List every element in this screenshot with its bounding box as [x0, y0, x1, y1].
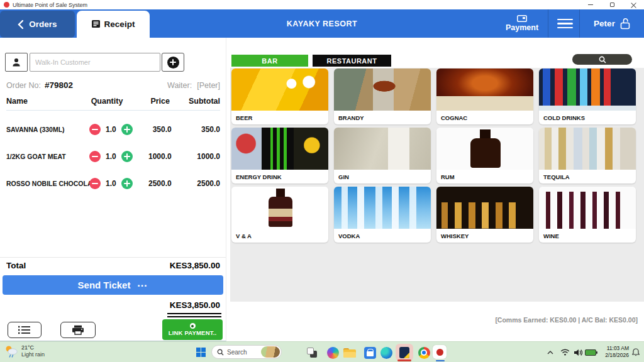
add-customer-button[interactable]: [162, 53, 184, 72]
receipt-icon: [92, 20, 101, 28]
order-no-label: Order No:: [6, 81, 41, 90]
app-icon: [4, 2, 9, 8]
item-price: 2500.0: [133, 179, 172, 188]
taskbar-search-box[interactable]: Search: [211, 345, 282, 359]
category-card-energy-drink[interactable]: ENERGY DRINK: [231, 128, 328, 184]
tab-restaurant[interactable]: RESTAURANT: [313, 55, 391, 67]
taskbar-clock[interactable]: 11:03 AM 2/18/2026: [596, 345, 629, 359]
task-view-button[interactable]: [304, 345, 319, 360]
header-divider: [548, 9, 548, 38]
column-subtotal: Subtotal: [170, 97, 220, 106]
tab-bar[interactable]: BAR: [231, 55, 308, 67]
category-card-tequila[interactable]: TEQUILA: [539, 128, 636, 184]
copilot-button[interactable]: [325, 345, 340, 360]
app-header: Orders Receipt KAYAKY RESORT Payment Pet…: [0, 9, 644, 38]
category-card-whiskey[interactable]: WHISKEY: [436, 187, 533, 243]
window-title: Ultimate Point of Sale System: [13, 2, 87, 8]
category-card-brandy[interactable]: BRANDY: [334, 69, 431, 124]
category-card-cold-drinks[interactable]: COLD DRINKS: [539, 69, 636, 124]
pos-app-icon: [399, 347, 409, 358]
category-image-wine: [539, 187, 636, 229]
category-image-va: [231, 187, 328, 229]
category-label: TEQUILA: [539, 170, 636, 184]
search-placeholder: Search: [227, 349, 247, 356]
link-payment-label: LINK PAYMENT..: [169, 329, 217, 336]
category-grid: BEER BRANDY COGNAC COLD DRINKS ENERGY DR…: [231, 69, 636, 243]
category-card-beer[interactable]: BEER: [231, 69, 328, 124]
cbk-app-button[interactable]: [432, 344, 447, 359]
waiter-label: Waiter:: [167, 81, 192, 90]
microsoft-store-button[interactable]: [362, 345, 377, 360]
copilot-icon: [327, 347, 339, 359]
wifi-icon: [560, 349, 570, 356]
user-name: Peter: [594, 19, 615, 28]
store-icon: [364, 347, 376, 359]
increase-quantity-button[interactable]: [121, 151, 133, 162]
folder-icon: [343, 348, 356, 358]
category-image-cold-drinks: [539, 69, 636, 111]
windows-logo-icon: [196, 348, 201, 352]
catalog-search-button[interactable]: [572, 54, 632, 65]
volume-button[interactable]: [572, 342, 584, 362]
total-divider: [0, 257, 226, 258]
tray-expand-button[interactable]: [545, 342, 556, 362]
column-quantity: Quantity: [84, 97, 130, 106]
edge-browser-button[interactable]: [379, 345, 394, 360]
wifi-button[interactable]: [558, 342, 571, 362]
category-label: VODKA: [334, 229, 431, 243]
active-app-indicator: [397, 359, 411, 361]
weather-temperature: 21°C: [21, 344, 45, 351]
category-image-brandy: [334, 69, 431, 111]
customer-button[interactable]: [5, 53, 28, 72]
pos-app-taskbar-button-active[interactable]: [396, 344, 413, 361]
waiter-name: [Peter]: [197, 81, 220, 90]
category-label: WINE: [539, 229, 636, 243]
send-ticket-button[interactable]: Send Ticket …: [3, 275, 223, 295]
file-explorer-button[interactable]: [342, 345, 357, 360]
battery-button[interactable]: [584, 342, 597, 362]
order-meta-row: Order No:#79802 Waiter:[Peter]: [6, 79, 220, 90]
category-card-cognac[interactable]: COGNAC: [436, 69, 533, 124]
decrease-quantity-button[interactable]: [89, 151, 101, 162]
category-card-rum[interactable]: RUM: [436, 128, 533, 184]
notifications-button[interactable]: [630, 342, 641, 362]
payment-button[interactable]: Payment: [499, 9, 545, 38]
order-list-button[interactable]: [8, 322, 42, 338]
order-number: #79802: [45, 80, 73, 90]
category-image-tequila: [539, 128, 636, 170]
order-item-row: 1/2KG GOAT MEAT 1.0 1000.0 1000.0: [6, 149, 220, 164]
weather-widget[interactable]: 21°C Light rain: [4, 344, 45, 358]
tab-receipt[interactable]: Receipt: [77, 11, 150, 38]
header-divider: [579, 9, 580, 38]
clock-date: 2/18/2026: [605, 352, 629, 358]
minimize-button[interactable]: [580, 0, 601, 9]
category-card-va[interactable]: V & A: [231, 187, 328, 243]
print-button[interactable]: [60, 322, 96, 338]
category-label: RUM: [436, 170, 533, 184]
customer-search-input[interactable]: [30, 53, 160, 72]
increase-quantity-button[interactable]: [121, 124, 133, 135]
increase-quantity-button[interactable]: [121, 178, 133, 189]
maximize-button[interactable]: [601, 0, 623, 9]
user-menu-button[interactable]: Peter: [581, 9, 643, 38]
item-name: ROSSO NOBILE CHOCOLATE: [6, 180, 89, 187]
hamburger-menu-button[interactable]: [552, 14, 578, 33]
close-icon: [631, 2, 636, 8]
link-payment-button[interactable]: LINK PAYMENT..: [162, 319, 223, 340]
category-image-whiskey: [436, 187, 533, 229]
item-subtotal: 350.0: [172, 125, 220, 134]
clock-time: 11:03 AM: [607, 345, 629, 351]
mpesa-icon: [190, 323, 196, 329]
orders-back-button[interactable]: Orders: [0, 11, 75, 38]
category-card-gin[interactable]: GIN: [334, 128, 431, 184]
decrease-quantity-button[interactable]: [89, 124, 101, 135]
close-button[interactable]: [623, 0, 644, 9]
decrease-quantity-button[interactable]: [89, 178, 101, 189]
start-button[interactable]: [196, 348, 206, 357]
more-dots-icon: …: [136, 280, 148, 287]
category-card-wine[interactable]: WINE: [539, 187, 636, 243]
item-quantity: 1.0: [101, 125, 121, 134]
category-card-vodka[interactable]: VODKA: [334, 187, 431, 243]
chrome-button[interactable]: [416, 345, 431, 360]
running-app-indicator: [436, 360, 445, 362]
